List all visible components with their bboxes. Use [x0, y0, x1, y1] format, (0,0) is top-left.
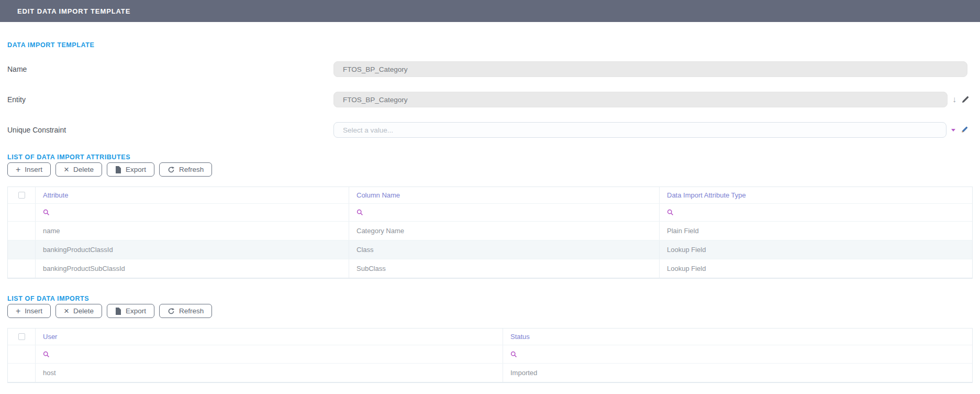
x-icon: × — [64, 307, 69, 315]
section-heading-template: DATA IMPORT TEMPLATE — [7, 22, 973, 49]
refresh-icon — [168, 166, 175, 173]
attributes-header-row: Attribute Column Name Data Import Attrib… — [8, 187, 972, 204]
search-icon — [43, 209, 50, 216]
form-row-unique-constraint: Unique Constraint — [7, 122, 973, 138]
file-icon — [115, 166, 121, 173]
section-heading-attributes: LIST OF DATA IMPORT ATTRIBUTES — [7, 154, 973, 161]
search-icon — [667, 209, 674, 216]
x-icon: × — [64, 165, 69, 174]
table-row[interactable]: bankingProductClassId Class Lookup Field — [8, 240, 972, 259]
refresh-button[interactable]: Refresh — [159, 304, 212, 318]
unique-constraint-input[interactable] — [333, 122, 946, 138]
name-label: Name — [7, 65, 333, 73]
unique-constraint-label: Unique Constraint — [7, 126, 333, 134]
delete-button[interactable]: × Delete — [55, 304, 102, 318]
name-input[interactable] — [333, 61, 967, 77]
form-row-entity: Entity ↓ — [7, 92, 973, 107]
header-select-cell — [8, 329, 35, 345]
select-all-checkbox[interactable] — [18, 192, 25, 199]
entity-label: Entity — [7, 95, 333, 104]
header-select-cell — [8, 187, 35, 203]
filter-cell-user[interactable] — [35, 345, 503, 363]
unique-constraint-dropdown-caret-icon[interactable] — [951, 129, 955, 132]
page-title: EDIT DATA IMPORT TEMPLATE — [17, 7, 130, 15]
insert-button[interactable]: + Insert — [7, 162, 51, 177]
imports-toolbar: + Insert × Delete Export Refresh — [7, 304, 973, 318]
entity-dropdown-arrow-icon[interactable]: ↓ — [952, 95, 956, 104]
filter-cell-column-name[interactable] — [349, 204, 659, 221]
column-header-status[interactable]: Status — [503, 329, 972, 345]
column-header-attribute-type[interactable]: Data Import Attribute Type — [659, 187, 972, 203]
table-row[interactable]: name Category Name Plain Field — [8, 222, 972, 240]
form-row-name: Name — [7, 61, 973, 77]
file-icon — [115, 308, 121, 315]
table-row[interactable]: bankingProductSubClassId SubClass Lookup… — [8, 259, 972, 278]
filter-cell-status[interactable] — [503, 345, 972, 363]
refresh-button[interactable]: Refresh — [159, 162, 212, 177]
unique-constraint-edit-pencil-icon[interactable] — [960, 126, 968, 134]
imports-header-row: User Status — [8, 329, 972, 345]
imports-filter-row — [8, 345, 972, 364]
search-icon — [357, 209, 363, 216]
delete-button[interactable]: × Delete — [55, 162, 102, 177]
entity-input[interactable] — [333, 92, 948, 107]
filter-cell-attribute[interactable] — [35, 204, 349, 221]
table-row[interactable]: host Imported — [8, 364, 972, 382]
export-button[interactable]: Export — [107, 162, 154, 177]
export-button[interactable]: Export — [107, 304, 154, 318]
app-header: EDIT DATA IMPORT TEMPLATE — [0, 0, 980, 22]
insert-button[interactable]: + Insert — [7, 304, 51, 318]
section-heading-imports: LIST OF DATA IMPORTS — [7, 295, 973, 302]
attributes-table: Attribute Column Name Data Import Attrib… — [7, 187, 973, 279]
plus-icon: + — [16, 166, 20, 174]
main-content: DATA IMPORT TEMPLATE Name Entity ↓ Uniqu… — [0, 22, 980, 383]
imports-table: User Status host Imported — [7, 328, 973, 383]
select-all-checkbox[interactable] — [18, 333, 25, 340]
refresh-icon — [168, 308, 175, 315]
plus-icon: + — [16, 307, 20, 315]
search-icon — [43, 351, 50, 358]
attributes-toolbar: + Insert × Delete Export Refresh — [7, 162, 973, 177]
search-icon — [510, 351, 517, 358]
column-header-column-name[interactable]: Column Name — [349, 187, 659, 203]
entity-edit-pencil-icon[interactable] — [961, 95, 970, 104]
column-header-attribute[interactable]: Attribute — [35, 187, 349, 203]
column-header-user[interactable]: User — [35, 329, 503, 345]
filter-cell-attribute-type[interactable] — [659, 204, 972, 221]
attributes-filter-row — [8, 204, 972, 222]
